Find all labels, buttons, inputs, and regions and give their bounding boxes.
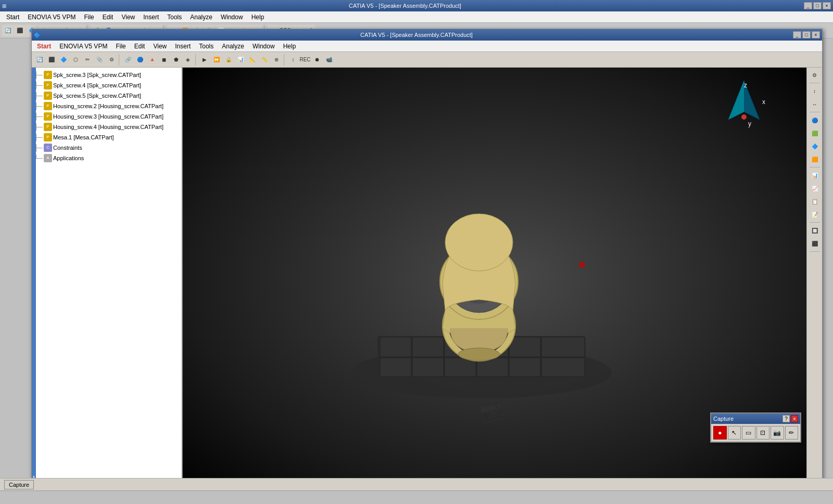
right-btn-6[interactable]: 🔷 [809,140,821,152]
menu-enovia[interactable]: ENOVIA V5 VPM [55,42,111,51]
right-btn-10[interactable]: 📋 [809,195,821,208]
tree-item-spk5[interactable]: ├─ P Spk_screw.5 [Spk_screw.CATPart] [34,91,180,101]
outer-taskbar-capture[interactable]: Capture [4,480,34,489]
outer-menu-insert[interactable]: Insert [139,12,163,22]
outer-menu-analyze[interactable]: Analyze [186,12,217,22]
inner-tb-16[interactable]: 🔒 [223,54,234,66]
tree-item-spk3[interactable]: ├─ P Spk_screw.3 [Spk_screw.CATPart] [34,70,180,80]
outer-status-bar [0,490,833,504]
right-btn-2[interactable]: ↕ [809,85,821,97]
right-btn-5[interactable]: 🟩 [809,127,821,139]
menu-help[interactable]: Help [279,42,300,51]
inner-tb-4[interactable]: ⬡ [70,54,81,66]
tree-item-mesa[interactable]: ├─ P Mesa.1 [Mesa.CATPart] [34,132,180,143]
inner-tb-11[interactable]: ◼ [158,54,170,66]
capture-photo-button[interactable]: 📷 [771,426,784,440]
capture-help-button[interactable]: ? [782,415,790,422]
menu-view[interactable]: View [149,42,171,51]
menu-insert[interactable]: Insert [171,42,195,51]
outer-maximize-button[interactable]: □ [813,2,822,9]
right-btn-7[interactable]: 🟧 [809,153,821,165]
right-btn-9[interactable]: 📈 [809,182,821,195]
inner-tb-20[interactable]: ⊕ [271,54,282,66]
inner-tb-7[interactable]: ⚙ [106,54,117,66]
menu-file[interactable]: File [111,42,130,51]
menu-window[interactable]: Window [248,42,279,51]
inner-tb-10[interactable]: 🔺 [146,54,158,66]
3d-viewport[interactable]: x y z 📷 CN [183,68,822,489]
inner-tb-18[interactable]: 📐 [247,54,258,66]
tree-item-applications[interactable]: └─ A Applications [34,153,180,163]
menu-edit[interactable]: Edit [130,42,149,51]
inner-tb-17[interactable]: 📊 [235,54,246,66]
inner-maximize-button[interactable]: □ [802,31,811,38]
inner-tb-15[interactable]: ⏩ [211,54,222,66]
inner-tb-9[interactable]: 🔵 [134,54,146,66]
outer-menu-view[interactable]: View [117,12,139,22]
inner-minimize-button[interactable]: _ [793,31,801,38]
inner-tb-22[interactable]: REC [299,54,311,66]
outer-menu-edit[interactable]: Edit [98,12,118,22]
inner-tb-1[interactable]: 🔄 [34,54,45,66]
inner-sep-2 [195,54,197,66]
outer-menu-help[interactable]: Help [247,12,269,22]
svg-rect-8 [380,358,411,377]
part-icon: P [44,71,52,79]
outer-window-controls: _ □ × [804,2,831,9]
part-icon: P [44,133,52,141]
tree-item-housing2[interactable]: ├─ P Housing_screw.2 [Housing_screw.CATP… [34,101,180,111]
tree-scroll-indicator[interactable] [32,68,36,489]
outer-menu-tools[interactable]: Tools [163,12,186,22]
inner-tb-3[interactable]: 🔷 [58,54,69,66]
capture-cursor-button[interactable]: ↖ [728,426,741,440]
inner-close-button[interactable]: × [812,31,820,38]
inner-tb-5[interactable]: ✏ [82,54,93,66]
tree-label-applications: Applications [53,153,84,163]
spec-tree-panel: ├─ P Spk_screw.3 [Spk_screw.CATPart] ├─ … [32,68,183,489]
menu-tools[interactable]: Tools [195,42,218,51]
capture-edit-button[interactable]: ✏ [785,426,799,440]
inner-tb-19[interactable]: 📏 [259,54,270,66]
right-btn-11[interactable]: 📝 [809,208,821,221]
inner-title-bar: 🔷 CATIA V5 - [Speaker Assembly.CATProduc… [32,29,822,41]
outer-minimize-button[interactable]: _ [804,2,812,9]
menu-analyze[interactable]: Analyze [218,42,248,51]
right-btn-1[interactable]: ⚙ [809,69,821,81]
inner-tb-23[interactable]: ⏺ [311,54,323,66]
inner-tb-24[interactable]: 📹 [323,54,335,66]
outer-menu-enovia[interactable]: ENOVIA V5 VPM [23,12,80,22]
tree-label-housing2: Housing_screw.2 [Housing_screw.CATPart] [53,101,163,111]
svg-rect-6 [509,337,540,357]
right-btn-8[interactable]: 📊 [809,169,821,182]
inner-tb-21[interactable]: ↕ [287,54,299,66]
inner-tb-8[interactable]: 🔗 [122,54,134,66]
toolbar-btn-2[interactable]: ⬛ [14,25,26,36]
tree-item-constraints[interactable]: ├─ C Constraints [34,143,180,153]
toolbar-btn-1[interactable]: 🔄 [2,25,14,36]
right-btn-13[interactable]: ⬛ [809,237,821,250]
tree-label-housing3: Housing_screw.3 [Housing_screw.CATPart] [53,112,163,121]
capture-window-button[interactable]: ⊡ [756,426,770,440]
inner-tb-2[interactable]: ⬛ [46,54,57,66]
right-btn-4[interactable]: 🔵 [809,114,821,126]
outer-menu-file[interactable]: File [80,12,98,22]
inner-tb-6[interactable]: 📎 [94,54,105,66]
capture-record-button[interactable]: ● [713,426,727,440]
svg-text:x: x [762,98,765,106]
right-btn-12[interactable]: 🔲 [809,224,821,237]
tree-item-housing3[interactable]: ├─ P Housing_screw.3 [Housing_screw.CATP… [34,111,180,122]
right-btn-3[interactable]: ↔ [809,98,821,110]
outer-menu-window[interactable]: Window [217,12,247,22]
inner-tb-14[interactable]: ▶ [199,54,210,66]
tree-item-housing4[interactable]: ├─ P Housing_screw.4 [Housing_screw.CATP… [34,122,180,132]
inner-tb-13[interactable]: ◈ [182,54,194,66]
capture-close-button[interactable]: × [791,415,798,422]
menu-start[interactable]: Start [33,42,55,51]
capture-region-button[interactable]: ▭ [742,426,755,440]
outer-close-button[interactable]: × [823,2,831,9]
tree-item-spk4[interactable]: ├─ P Spk_screw.4 [Spk_screw.CATPart] [34,80,180,91]
inner-tb-12[interactable]: ⬟ [170,54,182,66]
outer-menu-start[interactable]: Start [2,12,23,22]
inner-toolbar: 🔄 ⬛ 🔷 ⬡ ✏ 📎 ⚙ 🔗 🔵 🔺 ◼ ⬟ ◈ ▶ ⏩ 🔒 📊 📐 📏 ⊕ … [32,52,822,68]
outer-title-bar: ⊞ CATIA V5 - [Speaker Assembly.CATProduc… [0,0,833,11]
